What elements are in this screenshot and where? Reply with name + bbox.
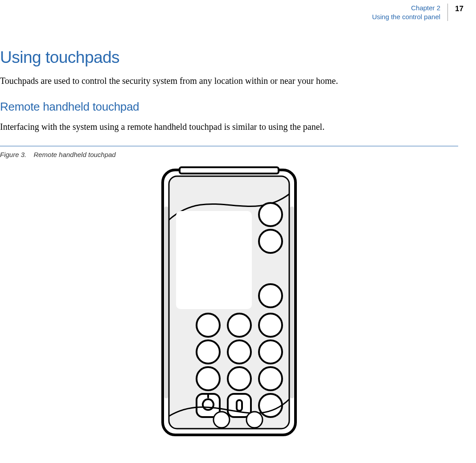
section-intro: Touchpads are used to control the securi… — [0, 75, 458, 87]
page-header: Chapter 2 Using the control panel 17 — [372, 4, 476, 21]
subsection-intro: Interfacing with the system using a remo… — [0, 121, 458, 132]
subsection-heading: Remote handheld touchpad — [0, 100, 458, 114]
svg-rect-20 — [237, 400, 242, 411]
svg-point-15 — [197, 367, 220, 390]
figure-wrap — [0, 166, 458, 438]
svg-point-12 — [197, 340, 220, 364]
svg-point-13 — [228, 340, 251, 364]
page-content: Using touchpads Touchpads are used to co… — [0, 48, 458, 438]
svg-point-8 — [259, 284, 282, 307]
header-divider — [447, 4, 448, 21]
svg-point-22 — [213, 412, 230, 428]
figure-caption: Figure 3. Remote handheld touchpad — [0, 151, 458, 158]
horizontal-rule — [0, 146, 458, 146]
svg-rect-4 — [290, 207, 294, 398]
page-number: 17 — [455, 4, 476, 21]
svg-point-9 — [197, 314, 220, 337]
chapter-title: Using the control panel — [372, 12, 440, 21]
svg-point-10 — [228, 314, 251, 337]
figure-title: Remote handheld touchpad — [33, 151, 115, 158]
svg-point-21 — [259, 394, 282, 417]
section-heading: Using touchpads — [0, 48, 458, 67]
chapter-label: Chapter 2 — [372, 4, 440, 12]
svg-rect-1 — [180, 167, 279, 174]
figure-label: Figure 3. — [0, 151, 26, 158]
svg-point-23 — [246, 412, 263, 428]
svg-point-7 — [259, 230, 282, 253]
svg-point-14 — [259, 340, 282, 364]
remote-touchpad-figure — [160, 166, 298, 438]
svg-point-16 — [228, 367, 251, 390]
svg-rect-3 — [164, 207, 168, 398]
svg-point-6 — [259, 203, 282, 226]
svg-point-11 — [259, 314, 282, 337]
svg-rect-5 — [176, 211, 252, 309]
svg-point-17 — [259, 367, 282, 390]
header-chapter-block: Chapter 2 Using the control panel — [372, 4, 447, 21]
